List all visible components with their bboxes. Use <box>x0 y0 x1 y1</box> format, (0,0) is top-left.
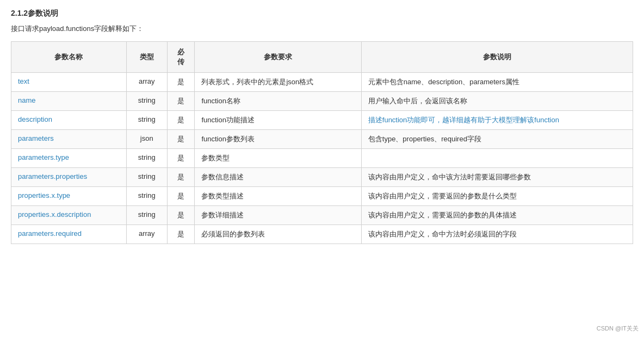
table-row: namestring是function名称用户输入命中后，会返回该名称 <box>11 92 633 111</box>
table-row: textarray是列表形式，列表中的元素是json格式元素中包含name、de… <box>11 73 633 92</box>
param-name-cell: parameters.required <box>11 225 127 244</box>
param-required-cell: 是 <box>167 149 194 168</box>
param-requirement-cell: function名称 <box>195 92 361 111</box>
param-required-cell: 是 <box>167 187 194 206</box>
table-row: parameters.propertiesstring是参数信息描述该内容由用户… <box>11 168 633 187</box>
param-description-cell: 元素中包含name、description、parameters属性 <box>361 73 633 92</box>
param-description-cell: 该内容由用户定义，命中该方法时需要返回哪些参数 <box>361 168 633 187</box>
param-requirement-cell: function功能描述 <box>195 111 361 130</box>
param-name-cell: properties.x.type <box>11 187 127 206</box>
param-requirement-cell: 列表形式，列表中的元素是json格式 <box>195 73 361 92</box>
param-type-cell: string <box>126 168 167 187</box>
table-row: parametersjson是function参数列表包含type、proper… <box>11 130 633 149</box>
param-name-cell: parameters <box>11 130 127 149</box>
param-required-cell: 是 <box>167 92 194 111</box>
param-description-cell: 包含type、properties、required字段 <box>361 130 633 149</box>
table-row: parameters.typestring是参数类型 <box>11 149 633 168</box>
table-row: properties.x.descriptionstring是参数详细描述该内容… <box>11 206 633 225</box>
param-name-cell: parameters.type <box>11 149 127 168</box>
param-type-cell: string <box>126 92 167 111</box>
param-requirement-cell: 必须返回的参数列表 <box>195 225 361 244</box>
table-row: parameters.requiredarray是必须返回的参数列表该内容由用户… <box>11 225 633 244</box>
param-requirement-cell: 参数信息描述 <box>195 168 361 187</box>
param-required-cell: 是 <box>167 111 194 130</box>
param-name-cell: text <box>11 73 127 92</box>
param-name-cell: description <box>11 111 127 130</box>
param-type-cell: json <box>126 130 167 149</box>
param-required-cell: 是 <box>167 206 194 225</box>
section-title: 2.1.2参数说明 <box>11 9 633 18</box>
col-header-description: 参数说明 <box>361 42 633 73</box>
col-header-requirement: 参数要求 <box>195 42 361 73</box>
param-type-cell: array <box>126 225 167 244</box>
param-required-cell: 是 <box>167 73 194 92</box>
param-description-cell: 该内容由用户定义，命中方法时必须返回的字段 <box>361 225 633 244</box>
param-description-cell: 描述function功能即可，越详细越有助于大模型理解该function <box>361 111 633 130</box>
param-requirement-cell: 参数类型 <box>195 149 361 168</box>
param-required-cell: 是 <box>167 168 194 187</box>
param-type-cell: string <box>126 111 167 130</box>
param-description-cell: 用户输入命中后，会返回该名称 <box>361 92 633 111</box>
param-requirement-cell: 参数类型描述 <box>195 187 361 206</box>
col-header-required: 必传 <box>167 42 194 73</box>
param-type-cell: array <box>126 73 167 92</box>
param-requirement-cell: function参数列表 <box>195 130 361 149</box>
param-name-cell: properties.x.description <box>11 206 127 225</box>
param-requirement-cell: 参数详细描述 <box>195 206 361 225</box>
table-header-row: 参数名称 类型 必传 参数要求 参数说明 <box>11 42 633 73</box>
param-name-cell: name <box>11 92 127 111</box>
param-description-cell: 该内容由用户定义，需要返回的参数是什么类型 <box>361 187 633 206</box>
table-row: descriptionstring是function功能描述描述function… <box>11 111 633 130</box>
param-name-cell: parameters.properties <box>11 168 127 187</box>
intro-text: 接口请求payload.functions字段解释如下： <box>11 24 633 34</box>
param-type-cell: string <box>126 149 167 168</box>
params-table: 参数名称 类型 必传 参数要求 参数说明 textarray是列表形式，列表中的… <box>11 41 633 244</box>
param-type-cell: string <box>126 187 167 206</box>
col-header-type: 类型 <box>126 42 167 73</box>
param-required-cell: 是 <box>167 130 194 149</box>
table-row: properties.x.typestring是参数类型描述该内容由用户定义，需… <box>11 187 633 206</box>
param-type-cell: string <box>126 206 167 225</box>
param-description-cell: 该内容由用户定义，需要返回的参数的具体描述 <box>361 206 633 225</box>
col-header-name: 参数名称 <box>11 42 127 73</box>
param-description-cell <box>361 149 633 168</box>
param-required-cell: 是 <box>167 225 194 244</box>
